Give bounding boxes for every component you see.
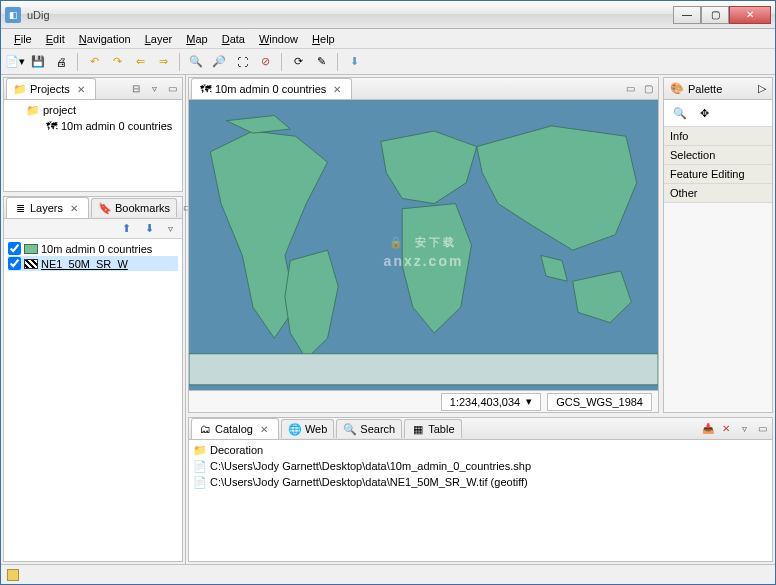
import-button[interactable]: 📥	[700, 421, 716, 437]
back-button[interactable]: ⇐	[130, 52, 150, 72]
tab-web-label: Web	[305, 423, 327, 435]
catalog-item[interactable]: 📁 Decoration	[193, 442, 768, 458]
tab-layers[interactable]: ≣ Layers ✕	[6, 197, 89, 218]
stop-button[interactable]: ⊘	[255, 52, 275, 72]
catalog-menu-button[interactable]: ▿	[736, 421, 752, 437]
bookmarks-icon: 🔖	[98, 201, 112, 215]
layer-up-button[interactable]: ⬆	[116, 219, 136, 239]
map-icon: 🗺	[44, 119, 58, 133]
editor-maximize-button[interactable]: ▢	[640, 81, 656, 97]
layers-icon: ≣	[13, 201, 27, 215]
redo-button[interactable]: ↷	[107, 52, 127, 72]
tab-search[interactable]: 🔍 Search	[336, 419, 402, 438]
search-icon: 🔍	[343, 422, 357, 436]
commit-button[interactable]: ⬇	[344, 52, 364, 72]
menu-data[interactable]: Data	[215, 31, 252, 47]
menu-navigation[interactable]: Navigation	[72, 31, 138, 47]
print-button[interactable]: 🖨	[51, 52, 71, 72]
editor-tab-close[interactable]: ✕	[329, 81, 345, 97]
palette-icon: 🎨	[670, 82, 684, 96]
menu-help[interactable]: Help	[305, 31, 342, 47]
editor-tab[interactable]: 🗺 10m admin 0 countries ✕	[191, 78, 352, 99]
table-icon: ▦	[411, 422, 425, 436]
minimize-button[interactable]: —	[673, 6, 701, 24]
catalog-item[interactable]: 📄 C:\Users\Jody Garnett\Desktop\data\NE1…	[193, 474, 768, 490]
polygon-layer-icon	[24, 244, 38, 254]
web-icon: 🌐	[288, 422, 302, 436]
app-icon: ◧	[5, 7, 21, 23]
scale-selector[interactable]: 1:234,403,034 ▾	[441, 393, 541, 411]
layers-menu-button[interactable]: ▿	[162, 221, 178, 237]
palette-group-info[interactable]: Info	[664, 127, 772, 146]
crs-button[interactable]: GCS_WGS_1984	[547, 393, 652, 411]
collapse-all-button[interactable]: ⊟	[128, 81, 144, 97]
tab-projects[interactable]: 📁 Projects ✕	[6, 78, 96, 99]
tab-table-label: Table	[428, 423, 454, 435]
new-dropdown-button[interactable]: 📄▾	[5, 52, 25, 72]
project-icon: 📁	[26, 103, 40, 117]
forward-button[interactable]: ⇒	[153, 52, 173, 72]
map-canvas[interactable]: 🔒 安下载 anxz.com	[189, 100, 658, 390]
layer-item[interactable]: NE1_50M_SR_W	[8, 256, 178, 271]
menu-map[interactable]: Map	[179, 31, 214, 47]
menu-edit[interactable]: Edit	[39, 31, 72, 47]
palette: 🎨 Palette ▷ 🔍 ✥ Info Selection Feature E…	[663, 77, 773, 413]
zoom-out-button[interactable]: 🔎	[209, 52, 229, 72]
world-map-svg	[189, 100, 658, 390]
close-button[interactable]: ✕	[729, 6, 771, 24]
tab-close-icon[interactable]: ✕	[73, 81, 89, 97]
palette-group-other[interactable]: Other	[664, 184, 772, 203]
layer-down-button[interactable]: ⬇	[139, 219, 159, 239]
pan-tool[interactable]: ✥	[694, 103, 714, 123]
catalog-minimize-button[interactable]: ▭	[754, 421, 770, 437]
maximize-button[interactable]: ▢	[701, 6, 729, 24]
tab-layers-close[interactable]: ✕	[66, 200, 82, 216]
zoom-tool[interactable]: 🔍	[670, 103, 690, 123]
raster-layer-icon	[24, 259, 38, 269]
tab-catalog-close[interactable]: ✕	[256, 421, 272, 437]
palette-group-feature-editing[interactable]: Feature Editing	[664, 165, 772, 184]
projects-tree: 📁 project 🗺 10m admin 0 countries	[4, 100, 182, 191]
catalog-item-label: C:\Users\Jody Garnett\Desktop\data\NE1_5…	[210, 476, 528, 488]
edit-geom-button[interactable]: ✎	[311, 52, 331, 72]
project-map-item[interactable]: 🗺 10m admin 0 countries	[8, 118, 178, 134]
new-icon: 📄	[5, 55, 19, 69]
project-root-label: project	[43, 104, 76, 116]
tab-catalog-label: Catalog	[215, 423, 253, 435]
remove-button[interactable]: ✕	[718, 421, 734, 437]
menu-layer[interactable]: Layer	[138, 31, 180, 47]
palette-group-selection[interactable]: Selection	[664, 146, 772, 165]
layers-toolbar: ⬆ ⬇ ▿	[4, 219, 182, 239]
perspective-icon[interactable]	[7, 569, 19, 581]
refresh-button[interactable]: ⟳	[288, 52, 308, 72]
map-status-bar: 1:234,403,034 ▾ GCS_WGS_1984	[189, 390, 658, 412]
catalog-tree: 📁 Decoration 📄 C:\Users\Jody Garnett\Des…	[189, 440, 772, 561]
tab-bookmarks-label: Bookmarks	[115, 202, 170, 214]
tab-web[interactable]: 🌐 Web	[281, 419, 334, 438]
palette-title-row[interactable]: 🎨 Palette ▷	[664, 78, 772, 100]
tab-catalog[interactable]: 🗂 Catalog ✕	[191, 418, 279, 439]
layer-checkbox[interactable]	[8, 257, 21, 270]
tab-search-label: Search	[360, 423, 395, 435]
catalog-icon: 🗂	[198, 422, 212, 436]
zoom-extent-button[interactable]: ⛶	[232, 52, 252, 72]
titlebar: ◧ uDig — ▢ ✕	[1, 1, 775, 29]
zoom-in-button[interactable]: 🔍	[186, 52, 206, 72]
menu-file[interactable]: File	[7, 31, 39, 47]
save-icon: 💾	[31, 55, 45, 69]
menu-window[interactable]: Window	[252, 31, 305, 47]
catalog-item[interactable]: 📄 C:\Users\Jody Garnett\Desktop\data\10m…	[193, 458, 768, 474]
layer-checkbox[interactable]	[8, 242, 21, 255]
main-toolbar: 📄▾ 💾 🖨 ↶ ↷ ⇐ ⇒ 🔍 🔎 ⛶ ⊘ ⟳ ✎ ⬇	[1, 49, 775, 75]
tab-bookmarks[interactable]: 🔖 Bookmarks	[91, 198, 177, 217]
undo-button[interactable]: ↶	[84, 52, 104, 72]
project-root[interactable]: 📁 project	[8, 102, 178, 118]
catalog-item-label: Decoration	[210, 444, 263, 456]
minimize-view-button[interactable]: ▭	[164, 81, 180, 97]
tab-table[interactable]: ▦ Table	[404, 419, 461, 438]
layer-item[interactable]: 10m admin 0 countries	[8, 241, 178, 256]
editor-minimize-button[interactable]: ▭	[622, 81, 638, 97]
tab-projects-label: Projects	[30, 83, 70, 95]
save-button[interactable]: 💾	[28, 52, 48, 72]
view-menu-button[interactable]: ▿	[146, 81, 162, 97]
